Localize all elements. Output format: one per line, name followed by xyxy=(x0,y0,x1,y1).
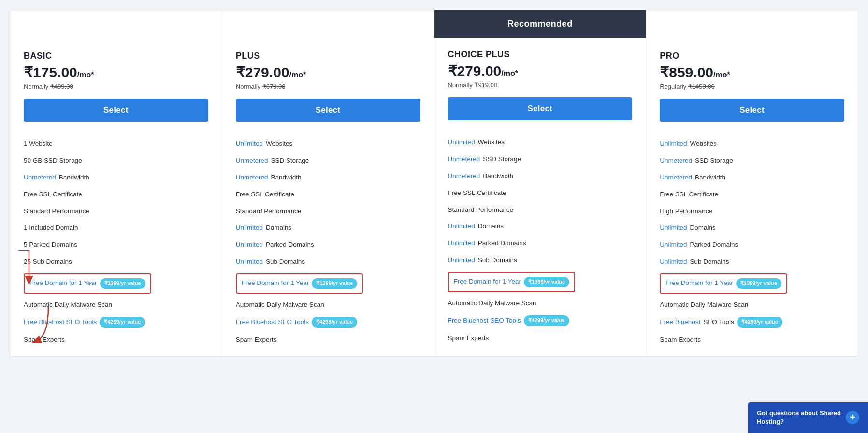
list-item: Automatic Daily Malware Scan xyxy=(24,297,208,314)
highlight-word: Unlimited xyxy=(448,138,475,147)
list-item: Free SSL Certificate xyxy=(236,186,420,203)
list-item: Free Domain for 1 Year₹1399/yr value xyxy=(448,269,633,295)
highlight-word: Unlimited xyxy=(660,240,687,250)
select-button-basic[interactable]: Select xyxy=(24,99,208,122)
list-item: 25 Sub Domains xyxy=(24,254,208,270)
highlight-word: Unmetered xyxy=(236,156,268,165)
red-arrow-indicator xyxy=(14,250,39,289)
free-domain-text: Free Domain for 1 Year xyxy=(242,279,309,288)
list-item: Spam Experts xyxy=(660,331,844,348)
list-item: Automatic Daily Malware Scan xyxy=(236,297,420,314)
feature-badge: ₹4299/yr value xyxy=(312,317,357,327)
highlight-word: Unmetered xyxy=(660,156,692,165)
list-item: Free Bluehost SEO Tools₹4299/yr value xyxy=(236,313,420,331)
plan-normal-price-plus: Normally ₹679.00 xyxy=(236,83,420,90)
list-item: Spam Experts xyxy=(448,330,633,347)
list-item: Automatic Daily Malware Scan xyxy=(660,297,844,314)
list-item: 1 Website xyxy=(24,135,208,152)
list-item: Standard Performance xyxy=(24,203,208,220)
list-item: Free SSL Certificate xyxy=(24,186,208,203)
plan-name-pro: PRO xyxy=(660,51,844,61)
list-item: 5 Parked Domains xyxy=(24,237,208,254)
features-list-basic: 1 Website50 GB SSD StorageUnmetered Band… xyxy=(24,135,208,348)
list-item: Unlimited Domains xyxy=(660,220,844,237)
feature-badge: ₹4299/yr value xyxy=(100,317,145,327)
free-domain-row-pro: Free Domain for 1 Year₹1399/yr value xyxy=(660,273,787,293)
plan-normal-price-choice-plus: Normally ₹919.00 xyxy=(448,81,633,89)
highlight-word: Unlimited xyxy=(660,139,687,149)
highlight-word: Free Bluehost xyxy=(660,318,700,327)
list-item: Free Bluehost SEO Tools₹4299/yr value xyxy=(24,313,208,331)
list-item: Free SSL Certificate xyxy=(448,185,633,202)
list-item: Unmetered SSD Storage xyxy=(660,152,844,169)
list-item: Free Domain for 1 Year₹1399/yr value xyxy=(660,270,844,296)
list-item: 50 GB SSD Storage xyxy=(24,152,208,169)
plan-price-plus: ₹279.00/mo* xyxy=(236,64,420,81)
free-domain-text: Free Domain for 1 Year xyxy=(665,279,733,288)
highlight-word: Unlimited xyxy=(236,224,263,233)
plan-normal-price-pro: Regularly ₹1459.00 xyxy=(660,83,844,90)
highlight-word: Unlimited xyxy=(236,240,263,250)
plan-price-pro: ₹859.00/mo* xyxy=(660,64,844,81)
list-item: 1 Included Domain xyxy=(24,220,208,237)
highlight-word: Free Bluehost SEO Tools xyxy=(236,318,309,327)
list-item: Unlimited Websites xyxy=(236,135,420,152)
list-item: Automatic Daily Malware Scan xyxy=(448,295,633,312)
list-item: Spam Experts xyxy=(24,331,208,348)
list-item: Free Domain for 1 Year₹1399/yr value xyxy=(236,270,420,296)
highlight-word: Unlimited xyxy=(236,139,263,149)
plan-price-choice-plus: ₹279.00/mo* xyxy=(448,62,633,79)
highlight-word: Unlimited xyxy=(448,256,475,265)
list-item: Unlimited Websites xyxy=(660,135,844,152)
select-button-pro[interactable]: Select xyxy=(660,99,844,122)
list-item: Unlimited Domains xyxy=(448,218,633,235)
domain-value-badge: ₹1399/yr value xyxy=(100,278,145,288)
highlight-word: Unlimited xyxy=(660,257,687,267)
list-item: Unmetered Bandwidth xyxy=(660,169,844,186)
plan-price-basic: ₹175.00/mo* xyxy=(24,64,208,81)
list-item: High Performance xyxy=(660,203,844,220)
highlight-word: Unmetered xyxy=(448,155,480,164)
list-item: Unlimited Sub Domains xyxy=(448,252,633,269)
recommended-banner: Recommended xyxy=(434,10,646,38)
highlight-word: Free Bluehost SEO Tools xyxy=(448,316,521,326)
plan-col-basic: BASIC₹175.00/mo*Normally ₹499.00Select1 … xyxy=(10,10,222,356)
domain-value-badge: ₹1399/yr value xyxy=(524,277,569,287)
list-item: Free Domain for 1 Year₹1399/yr value xyxy=(24,270,208,296)
list-item: Unmetered Bandwidth xyxy=(448,168,633,185)
highlight-word: Unlimited xyxy=(660,224,687,233)
features-list-choice-plus: Unlimited WebsitesUnmetered SSD StorageU… xyxy=(448,134,633,347)
highlight-word: Unmetered xyxy=(236,173,268,182)
features-list-plus: Unlimited WebsitesUnmetered SSD StorageU… xyxy=(236,135,420,348)
highlight-word: Free Bluehost SEO Tools xyxy=(24,318,97,327)
select-button-plus[interactable]: Select xyxy=(236,99,420,122)
pricing-table: BASIC₹175.00/mo*Normally ₹499.00Select1 … xyxy=(10,10,858,357)
feature-badge: ₹4299/yr value xyxy=(524,315,569,326)
list-item: Unlimited Domains xyxy=(236,220,420,237)
feature-badge: ₹4299/yr value xyxy=(737,317,782,327)
free-domain-row-basic: Free Domain for 1 Year₹1399/yr value xyxy=(24,273,151,293)
plan-normal-price-basic: Normally ₹499.00 xyxy=(24,83,208,90)
list-item: Unlimited Parked Domains xyxy=(448,235,633,252)
highlight-word: Unmetered xyxy=(448,172,480,181)
list-item: Free Bluehost SEO Tools₹4299/yr value xyxy=(660,313,844,331)
highlight-word: Unlimited xyxy=(236,257,263,267)
list-item: Unlimited Parked Domains xyxy=(660,237,844,254)
list-item: Free Bluehost SEO Tools₹4299/yr value xyxy=(448,312,633,329)
plan-name-plus: PLUS xyxy=(236,51,420,61)
features-list-pro: Unlimited WebsitesUnmetered SSD StorageU… xyxy=(660,135,844,348)
list-item: Unmetered Bandwidth xyxy=(24,169,208,186)
free-domain-text: Free Domain for 1 Year xyxy=(454,277,521,286)
domain-value-badge: ₹1399/yr value xyxy=(312,278,357,288)
no-banner-spacer xyxy=(646,10,858,39)
list-item: Unlimited Parked Domains xyxy=(236,237,420,254)
list-item: Standard Performance xyxy=(448,202,633,219)
free-domain-text: Free Domain for 1 Year xyxy=(29,279,97,288)
free-domain-row-plus: Free Domain for 1 Year₹1399/yr value xyxy=(236,273,363,293)
plan-col-pro: PRO₹859.00/mo*Regularly ₹1459.00SelectUn… xyxy=(646,10,858,356)
select-button-choice-plus[interactable]: Select xyxy=(448,97,633,120)
list-item: Unmetered SSD Storage xyxy=(236,152,420,169)
highlight-word: Unlimited xyxy=(448,239,475,248)
no-banner-spacer xyxy=(222,10,434,39)
no-banner-spacer xyxy=(10,10,222,39)
